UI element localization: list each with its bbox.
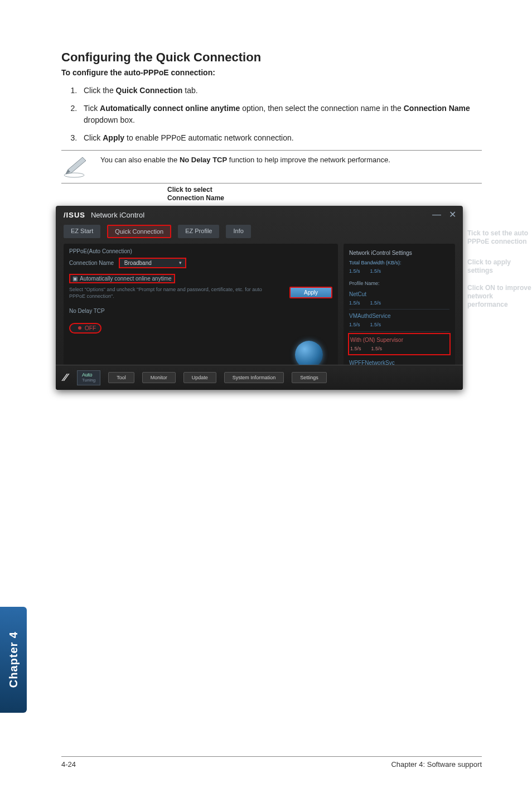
auto-connect-checkbox[interactable]: ▣Automatically connect online anytime (69, 274, 175, 283)
callout-tick-auto-pppoe: Tick to set the auto PPPoE connection (467, 229, 532, 246)
app-titlebar: /ISUS Network iControl — ✕ (56, 206, 463, 221)
step-1-bold: Quick Connection (116, 86, 183, 95)
steps-list: Click the Quick Connection tab. Tick Aut… (61, 85, 482, 143)
note-text-a: You can also enable the (100, 156, 180, 164)
svc1-v1: 1.5/s (349, 299, 360, 307)
footer-monitor[interactable]: Monitor (142, 372, 176, 383)
auto-connect-label: Automatically connect online anytime (80, 276, 172, 282)
step-1-text-a: Click the (84, 86, 116, 95)
step-1-text-c: tab. (182, 86, 197, 95)
note-block: You can also enable the No Delay TCP fun… (61, 150, 482, 183)
service-item-1[interactable]: NetCut 1.5/s1.5/s (349, 288, 449, 310)
footer-auto-label: Auto (82, 372, 93, 378)
step-3-bold: Apply (103, 133, 124, 142)
step-2-bold-b: Automatically connect online anytime (100, 104, 240, 113)
no-delay-tcp-toggle[interactable]: OFF (69, 323, 101, 334)
caption-top-line1: Click to select (167, 186, 212, 194)
tab-ez-profile[interactable]: EZ Profile (178, 225, 219, 238)
footer-settings[interactable]: Settings (292, 372, 327, 383)
tab-bar: EZ Start Quick Connection EZ Profile Inf… (64, 225, 455, 238)
connection-name-label: Connection Name (69, 260, 114, 266)
apply-button[interactable]: Apply (289, 287, 332, 298)
footer-system-info[interactable]: System Information (224, 372, 284, 383)
svc3-v1: 1.5/s (350, 345, 361, 353)
caption-select-connection-name: Click to select Connection Name (167, 186, 224, 202)
step-2-bold-d: Connection Name (404, 104, 470, 113)
section-subhead: To configure the auto-PPPoE connection: (61, 68, 482, 77)
service-1-name: NetCut (349, 289, 449, 299)
app-window: /ISUS Network iControl — ✕ EZ Start Quic… (56, 206, 463, 390)
chapter-side-tab: Chapter 4 (0, 607, 27, 713)
pencil-icon (61, 154, 89, 178)
step-2-text-e: dropdown box. (84, 115, 135, 124)
step-3-text-a: Click (84, 133, 103, 142)
bw-up: 1.5/s (370, 267, 381, 276)
minimize-icon[interactable]: — (432, 210, 441, 219)
toggle-state-label: OFF (85, 325, 96, 331)
right-header: Network iControl Settings (349, 248, 449, 258)
footer-auto-sub: Tuning (82, 378, 95, 383)
page-footer: 4-24 Chapter 4: Software support (61, 756, 482, 769)
tab-quick-connection[interactable]: Quick Connection (107, 225, 171, 238)
left-panel: PPPoE(Auto Connection) Connection Name B… (64, 244, 338, 382)
tab-ez-start[interactable]: EZ Start (64, 225, 100, 238)
tab-info[interactable]: Info (226, 225, 250, 238)
svc2-v1: 1.5/s (349, 321, 360, 329)
page-footer-title: Chapter 4: Software support (391, 760, 482, 769)
service-2-name: VMAuthdService (349, 311, 449, 321)
bandwidth-values: 1.5/s 1.5/s (349, 267, 449, 276)
app-title-text: Network iControl (91, 211, 144, 219)
service-3-name: With (ON) Supervisor (350, 335, 448, 345)
footer-logo-icon: ⁄⁄ (64, 372, 67, 384)
step-2-text-c: option, then select the connection name … (240, 104, 403, 113)
connection-name-select[interactable]: Broadband (119, 258, 186, 268)
footer-update[interactable]: Update (183, 372, 216, 383)
app-footer: ⁄⁄ Auto Tuning Tool Monitor Update Syste… (56, 365, 463, 390)
toggle-indicator-icon (78, 326, 81, 330)
section-title: Configuring the Quick Connection (61, 50, 482, 65)
caption-top-line2: Connection Name (167, 194, 224, 202)
close-icon[interactable]: ✕ (449, 210, 456, 219)
note-text-c: function to help improve the network per… (227, 156, 390, 164)
service-item-2[interactable]: VMAuthdService 1.5/s1.5/s (349, 310, 449, 331)
footer-tool[interactable]: Tool (108, 372, 134, 383)
step-1: Click the Quick Connection tab. (79, 85, 482, 96)
bw-down: 1.5/s (349, 267, 360, 276)
brand-logo: /ISUS (64, 211, 85, 219)
svc2-v2: 1.5/s (370, 321, 381, 329)
footer-auto-tuning[interactable]: Auto Tuning (77, 370, 100, 385)
step-3-text-c: to enable PPPoE automatic network connec… (124, 133, 294, 142)
screenshot-wrapper: Click to select Connection Name /ISUS Ne… (56, 206, 480, 390)
no-delay-tcp-label: No Delay TCP (69, 308, 332, 314)
pppoe-label: PPPoE(Auto Connection) (69, 248, 332, 254)
service-item-3-highlighted[interactable]: With (ON) Supervisor 1.5/s1.5/s (348, 333, 451, 355)
connection-name-row: Connection Name Broadband (69, 258, 332, 268)
step-2: Tick Automatically connect online anytim… (79, 103, 482, 125)
svc3-v2: 1.5/s (371, 345, 383, 353)
page-number: 4-24 (61, 760, 76, 769)
note-text: You can also enable the No Delay TCP fun… (100, 154, 482, 165)
step-3: Click Apply to enable PPPoE automatic ne… (79, 132, 482, 143)
main-area: PPPoE(Auto Connection) Connection Name B… (64, 244, 455, 382)
step-2-text-a: Tick (84, 104, 100, 113)
fineprint-text: Select "Options" and uncheck "Prompt for… (69, 287, 278, 299)
callout-click-apply: Click to apply settings (467, 258, 532, 275)
right-panel: Network iControl Settings Total Bandwidt… (344, 244, 455, 382)
total-bandwidth-label: Total Bandwidth (KB/s): (349, 259, 449, 267)
chapter-side-label: Chapter 4 (7, 631, 20, 688)
callout-click-on: Click ON to improve network performance (467, 284, 532, 309)
callout-column: Tick to set the auto PPPoE connection Cl… (467, 229, 532, 321)
profile-name-label: Profile Name: (349, 279, 449, 288)
window-controls: — ✕ (432, 210, 456, 219)
note-text-bold: No Delay TCP (180, 156, 227, 164)
svc1-v2: 1.5/s (370, 299, 381, 307)
